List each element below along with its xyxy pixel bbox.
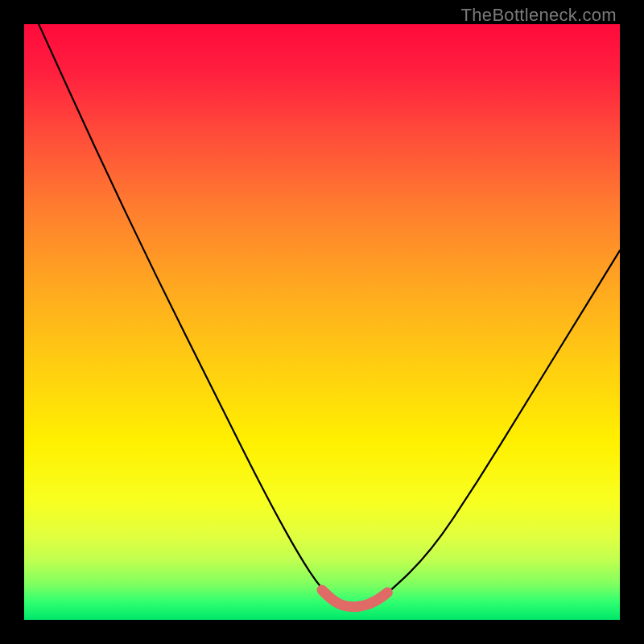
bottleneck-curve-path — [36, 24, 620, 606]
watermark-text: TheBottleneck.com — [461, 5, 617, 26]
chart-svg — [24, 24, 620, 620]
flat-region-highlight-path — [322, 590, 387, 607]
chart-plot-area — [24, 24, 620, 620]
